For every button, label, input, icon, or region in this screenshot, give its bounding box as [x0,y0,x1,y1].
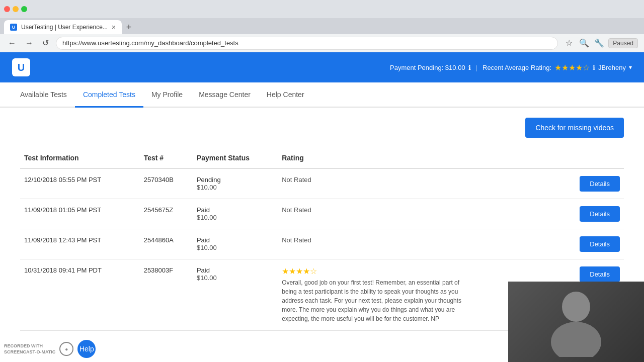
rating-info-icon[interactable]: ℹ [593,64,595,71]
tab-favicon: U [10,24,17,31]
maximize-window-button[interactable] [21,6,27,12]
reload-button[interactable]: ↺ [40,36,51,50]
col-test-number: Test # [140,148,193,168]
search-icon[interactable]: 🔍 [578,37,590,49]
minimize-window-button[interactable] [13,6,19,12]
table-header-row: Test Information Test # Payment Status R… [20,148,624,168]
cell-details: Details [556,168,624,199]
table-row: 11/09/2018 12:43 PM PST2544860APaid$10.0… [20,229,624,259]
cell-payment-status: Paid$10.00 [193,199,278,229]
cell-date: 11/09/2018 01:05 PM PST [20,199,140,229]
header-separator: | [476,64,477,71]
payment-pending-label: Payment Pending: $10.00 [390,64,465,71]
col-rating: Rating [278,148,556,168]
not-rated-label: Not Rated [282,176,311,184]
cell-rating: Not Rated [278,229,556,259]
col-test-information: Test Information [20,148,140,168]
payment-status-text: Paid [197,236,274,244]
payment-status-text: Paid [197,266,274,274]
payment-info-icon[interactable]: ℹ [468,64,471,71]
cell-test-number: 2544860A [140,229,193,259]
screencast-logo-icon: ● [59,342,73,356]
address-input[interactable] [56,37,558,50]
rating-stars: ★★★★☆ [554,63,590,72]
rating-label: Recent Average Rating: [482,64,551,71]
payment-status-text: Pending [197,176,274,184]
help-button[interactable]: Help [77,340,96,358]
tab-close-button[interactable]: × [112,23,116,31]
forward-button[interactable]: → [23,37,35,50]
browser-chrome [0,0,644,18]
new-tab-button[interactable]: + [122,20,136,34]
nav-bar: Available Tests Completed Tests My Profi… [0,82,644,108]
rating-stars-display: ★★★★☆ [282,266,552,276]
payment-amount: $10.00 [197,274,274,282]
video-feed [508,282,644,362]
window-controls [4,6,27,12]
video-overlay [508,282,644,362]
payment-amount: $10.00 [197,184,274,191]
cell-test-number: 2545675Z [140,199,193,229]
details-button-2[interactable]: Details [580,236,620,252]
payment-amount: $10.00 [197,244,274,251]
user-menu-chevron[interactable]: ▾ [629,64,632,71]
cell-rating: Not Rated [278,168,556,199]
back-button[interactable]: ← [6,37,18,50]
logo[interactable]: U [12,58,30,76]
not-rated-label: Not Rated [282,206,311,214]
cell-test-number: 2538003F [140,259,193,331]
header-right: Payment Pending: $10.00 ℹ | Recent Avera… [390,63,632,72]
extension-icon[interactable]: 🔧 [593,37,605,49]
screencast-brand-text: SCREENCAST-O-MATIC [4,349,55,354]
cell-details: Details [556,199,624,229]
paused-badge: Paused [608,38,638,48]
nav-available-tests[interactable]: Available Tests [12,82,75,108]
app-header: U Payment Pending: $10.00 ℹ | Recent Ave… [0,52,644,82]
cell-rating: Not Rated [278,199,556,229]
tab-title: UserTesting | User Experience... [21,24,108,31]
cell-payment-status: Paid$10.00 [193,259,278,331]
address-bar: ← → ↺ ☆ 🔍 🔧 Paused [0,34,644,52]
details-button-3[interactable]: Details [580,266,620,282]
col-actions [556,148,624,168]
cell-details: Details [556,229,624,259]
tab-bar: U UserTesting | User Experience... × + [0,18,644,34]
col-payment-status: Payment Status [193,148,278,168]
details-button-0[interactable]: Details [580,176,620,192]
svg-point-1 [551,322,601,357]
cell-date: 11/09/2018 12:43 PM PST [20,229,140,259]
payment-status-text: Paid [197,206,274,214]
cell-payment-status: Paid$10.00 [193,229,278,259]
cell-date: 12/10/2018 05:55 PM PST [20,168,140,199]
screencast-watermark: RECORDED WITH SCREENCAST-O-MATIC ● Help [4,340,96,358]
check-missing-videos-button[interactable]: Check for missing videos [525,118,624,138]
active-tab[interactable]: U UserTesting | User Experience... × [4,20,122,34]
toolbar-icons: ☆ 🔍 🔧 Paused [563,37,638,49]
not-rated-label: Not Rated [282,236,311,244]
details-button-1[interactable]: Details [580,206,620,222]
table-row: 12/10/2018 05:55 PM PST2570340BPending$1… [20,168,624,199]
svg-point-0 [562,292,590,322]
nav-message-center[interactable]: Message Center [191,82,259,108]
cell-test-number: 2570340B [140,168,193,199]
nav-completed-tests[interactable]: Completed Tests [75,82,143,108]
cell-payment-status: Pending$10.00 [193,168,278,199]
payment-amount: $10.00 [197,214,274,221]
screencast-recorded-text: RECORDED WITH [4,343,43,348]
rating-comment: Overall, good job on your first test! Re… [282,278,473,323]
nav-my-profile[interactable]: My Profile [143,82,191,108]
close-window-button[interactable] [4,6,10,12]
cell-date: 10/31/2018 09:41 PM PDT [20,259,140,331]
bookmark-icon[interactable]: ☆ [563,37,575,49]
user-name[interactable]: JBreheny [598,64,626,71]
nav-help-center[interactable]: Help Center [259,82,312,108]
table-row: 11/09/2018 01:05 PM PST2545675ZPaid$10.0… [20,199,624,229]
